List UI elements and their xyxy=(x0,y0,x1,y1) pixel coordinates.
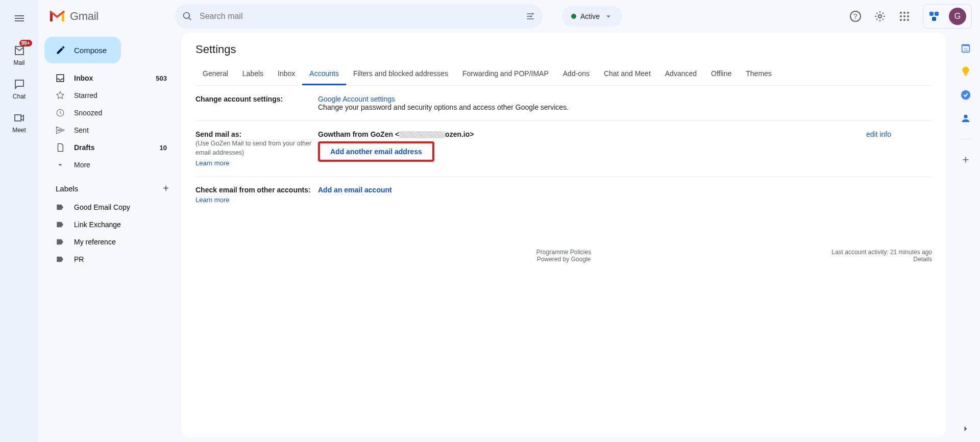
rail-meet[interactable]: Meet xyxy=(4,106,35,137)
sidebar-item-snoozed[interactable]: Snoozed xyxy=(44,104,176,121)
workspace-icon[interactable] xyxy=(928,10,941,22)
sidebar-item-count: 10 xyxy=(160,144,167,152)
tab-offline[interactable]: Offline xyxy=(704,63,739,85)
tab-forwarding-and-pop-imap[interactable]: Forwarding and POP/IMAP xyxy=(455,63,556,85)
clock-icon xyxy=(56,108,65,117)
google-account-link[interactable]: Google Account settings xyxy=(318,95,395,103)
svg-point-9 xyxy=(903,15,905,17)
status-pill[interactable]: Active xyxy=(562,6,622,27)
row-label: Check email from other accounts: xyxy=(195,186,311,194)
settings-tabs: GeneralLabelsInboxAccountsFilters and bl… xyxy=(195,63,932,86)
tab-themes[interactable]: Themes xyxy=(739,63,779,85)
tab-filters-and-blocked-addresses[interactable]: Filters and blocked addresses xyxy=(346,63,455,85)
sidebar-item-starred[interactable]: Starred xyxy=(44,87,176,104)
add-label-button[interactable]: + xyxy=(163,183,169,194)
svg-point-5 xyxy=(900,12,902,14)
star-icon xyxy=(56,91,65,100)
row-change-account: Change account settings: Google Account … xyxy=(195,86,932,121)
svg-text:?: ? xyxy=(853,12,857,20)
compose-label: Compose xyxy=(74,46,107,55)
learn-more-link[interactable]: Learn more xyxy=(195,159,229,167)
sidebar-item-sent[interactable]: Sent xyxy=(44,121,176,139)
svg-point-1 xyxy=(530,15,532,17)
status-dot-icon xyxy=(571,14,576,19)
row-send-mail-as: Send mail as: (Use GoZen Mail to send fr… xyxy=(195,121,932,177)
edit-info-link[interactable]: edit info xyxy=(866,130,891,138)
side-panel: 31 xyxy=(951,33,980,442)
chevron-down-icon xyxy=(604,12,613,21)
label-item[interactable]: Link Exchange xyxy=(44,216,176,233)
tab-advanced[interactable]: Advanced xyxy=(658,63,704,85)
svg-point-10 xyxy=(907,15,909,17)
sidebar-item-count: 503 xyxy=(156,75,167,82)
tab-general[interactable]: General xyxy=(195,63,235,85)
chevron-down-icon xyxy=(56,160,65,169)
programme-policies-link[interactable]: Programme Policies xyxy=(536,249,591,256)
add-email-account-link[interactable]: Add an email account xyxy=(318,186,392,194)
sidebar-item-label: More xyxy=(74,161,90,169)
add-another-email-link[interactable]: Add another email address xyxy=(330,148,422,156)
rail-chat[interactable]: Chat xyxy=(4,72,35,103)
inbox-icon xyxy=(56,73,65,83)
sidebar-item-inbox[interactable]: Inbox 503 xyxy=(44,69,176,87)
svg-point-7 xyxy=(907,12,909,14)
settings-footer: Programme Policies Powered by Google Las… xyxy=(195,213,932,263)
sidebar-item-drafts[interactable]: Drafts 10 xyxy=(44,139,176,156)
tab-labels[interactable]: Labels xyxy=(235,63,271,85)
mail-badge: 99+ xyxy=(19,40,32,46)
sidebar-item-more[interactable]: More xyxy=(44,156,176,174)
identity-domain: ozen.io> xyxy=(445,130,474,138)
svg-rect-21 xyxy=(964,75,967,76)
collapse-panel-icon[interactable] xyxy=(960,423,972,435)
tab-inbox[interactable]: Inbox xyxy=(271,63,302,85)
google-link[interactable]: Google xyxy=(571,256,591,263)
svg-rect-16 xyxy=(932,17,936,21)
row-sublabel: (Use GoZen Mail to send from your other … xyxy=(195,139,318,157)
status-label: Active xyxy=(580,12,600,20)
tab-add-ons[interactable]: Add-ons xyxy=(556,63,597,85)
search-bar[interactable] xyxy=(175,4,543,29)
tab-accounts[interactable]: Accounts xyxy=(302,63,346,85)
row-check-mail: Check email from other accounts: Learn m… xyxy=(195,177,932,213)
labels-header: Labels + xyxy=(44,174,176,199)
hamburger-icon[interactable] xyxy=(7,6,32,31)
sidebar-item-label: Snoozed xyxy=(74,109,102,117)
search-input[interactable] xyxy=(200,12,518,21)
svg-point-6 xyxy=(903,12,905,14)
search-options-icon[interactable] xyxy=(525,11,535,21)
help-icon[interactable]: ? xyxy=(845,6,866,27)
activity-text: Last account activity: 21 minutes ago xyxy=(831,249,932,256)
file-icon xyxy=(56,143,65,152)
label-icon xyxy=(56,237,65,247)
logo-block[interactable]: Gmail xyxy=(48,10,171,23)
label-item[interactable]: Good Email Copy xyxy=(44,199,176,216)
sidebar-item-label: Drafts xyxy=(74,143,94,152)
tab-chat-and-meet[interactable]: Chat and Meet xyxy=(597,63,658,85)
add-addon-icon[interactable] xyxy=(960,154,972,166)
label-item[interactable]: My reference xyxy=(44,233,176,251)
label-item[interactable]: PR xyxy=(44,251,176,268)
svg-point-0 xyxy=(532,13,533,14)
calendar-icon[interactable]: 31 xyxy=(960,42,972,54)
details-link[interactable]: Details xyxy=(913,256,932,263)
svg-point-4 xyxy=(878,15,881,18)
rail-mail[interactable]: 99+ Mail xyxy=(4,39,35,69)
settings-icon[interactable] xyxy=(870,6,890,27)
row-label: Change account settings: xyxy=(195,95,318,111)
rail-chat-label: Chat xyxy=(13,93,26,100)
avatar[interactable]: G xyxy=(949,8,966,25)
rail-mail-label: Mail xyxy=(13,59,24,66)
learn-more-link[interactable]: Learn more xyxy=(195,196,229,204)
add-email-highlight: Add another email address xyxy=(318,141,434,162)
rail-meet-label: Meet xyxy=(12,127,26,134)
contacts-icon[interactable] xyxy=(960,112,972,125)
svg-point-13 xyxy=(907,19,909,21)
label-icon xyxy=(56,203,65,212)
compose-button[interactable]: Compose xyxy=(44,37,121,63)
apps-grid-icon[interactable] xyxy=(894,6,915,27)
svg-point-23 xyxy=(964,115,967,118)
search-icon[interactable] xyxy=(182,11,192,21)
powered-by-text: Powered by xyxy=(537,256,571,263)
keep-icon[interactable] xyxy=(960,65,972,78)
tasks-icon[interactable] xyxy=(960,89,972,101)
